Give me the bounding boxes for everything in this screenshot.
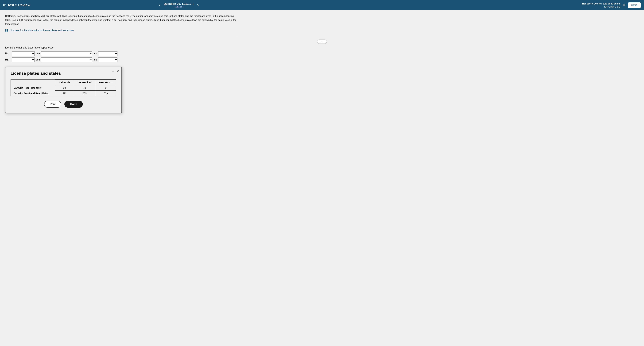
done-button[interactable]: Done [64,101,83,108]
prev-question-button[interactable]: < [157,3,162,8]
h0-label: H₀: [5,52,11,55]
h1-and-text: and [36,58,40,61]
settings-button[interactable]: ⚙ [622,3,626,7]
h1-label: H₁: [5,58,11,61]
table-row-rear-only: Car with Rear Plate Only 30 40 8 [11,85,116,90]
app-header: 0: Test 5 Review < Question 29, 11.2.19-… [0,0,644,10]
data-table: California Connecticut New York □ Car wi… [11,80,116,96]
modal-minimize-button[interactable]: − [112,69,114,73]
modal-actions: Print Done [10,101,116,108]
question-nav: < Question 29, 11.2.19-T Part 1 of 4 > [32,2,326,8]
row-label-rear: Car with Rear Plate Only [11,85,55,90]
h0-are-text: are [94,52,97,55]
score-section: HW Score: 29.63%, 8.89 of 30 points Poin… [327,3,620,8]
modal-dialog: − × License plates and states California… [5,67,122,113]
hw-score: HW Score: 29.63%, 8.89 of 30 points [327,3,620,5]
modal-controls: − × [112,69,119,73]
table-row-front-rear: Car with Front and Rear Plates 522 289 5… [11,90,116,96]
row-label-front-rear: Car with Front and Rear Plates [11,90,55,96]
identify-hypotheses-text: Identify the null and alternative hypoth… [5,46,639,49]
main-content: California, Connecticut, and New York ar… [0,10,644,346]
h1-row: H₁: the proportions and the row and colu… [5,57,639,62]
h1-select2[interactable]: the row and column variables [41,57,92,62]
table-header-newyork: New York □ [96,80,116,85]
question-part: Part 1 of 4 [164,6,194,8]
more-button-wrap: ... [5,40,639,44]
app-title: 0: Test 5 Review [3,3,30,7]
divider [5,37,237,37]
table-header-empty [11,80,55,85]
points-label: Points: 0 of 1 [608,6,620,8]
newyork-copy-icon: □ [111,82,112,84]
header-actions: ⚙ Save [622,3,641,8]
click-link[interactable]: Click here for the information of licens… [5,29,74,32]
table-header-california: California [55,80,74,85]
modal-title: License plates and states [10,71,116,76]
newyork-label: New York [99,81,110,84]
rear-newyork: 8 [96,85,116,90]
save-button[interactable]: Save [628,3,641,8]
rear-california: 30 [55,85,74,90]
frontrear-connecticut: 289 [74,90,96,96]
points-section: Points: 0 of 1 [327,6,620,8]
h1-are-text: are [94,58,97,61]
table-wrapper: California Connecticut New York □ Car wi… [10,79,116,96]
next-question-button[interactable]: > [196,3,201,8]
rear-connecticut: 40 [74,85,96,90]
h0-select1[interactable]: the proportions [12,51,34,56]
h0-select3[interactable]: independent dependent [98,51,118,56]
more-button[interactable]: ... [317,40,327,44]
h1-select1[interactable]: the proportions [12,57,34,62]
h0-row: H₀: the proportions and the row and colu… [5,51,639,56]
h0-and-text: and [36,52,40,55]
h0-select2[interactable]: the row and column variables [41,51,92,56]
circle-icon [604,6,606,8]
question-title: Question 29, 11.2.19-T [164,2,194,6]
print-button[interactable]: Print [44,101,61,108]
modal-close-button[interactable]: × [117,69,119,73]
frontrear-california: 522 [55,90,74,96]
grid-icon [5,29,8,32]
h1-select3[interactable]: independent dependent . [98,57,118,62]
frontrear-newyork: 539 [96,90,116,96]
question-info: Question 29, 11.2.19-T Part 1 of 4 [164,2,194,8]
problem-text: California, Connecticut, and New York ar… [5,14,237,26]
h1-period: . [119,58,119,61]
click-link-text[interactable]: Click here for the information of licens… [9,29,74,32]
table-header-connecticut: Connecticut [74,80,96,85]
